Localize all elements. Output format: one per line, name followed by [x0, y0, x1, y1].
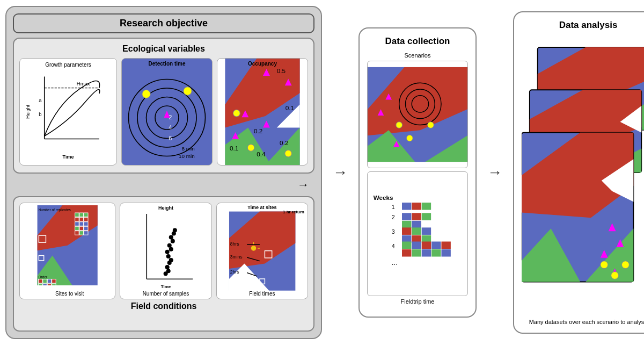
occupancy-chart: Occupancy 0.5 0.1 0.2 0.2 0.1 — [217, 58, 308, 166]
sites-chart: Number of replicates — [19, 203, 115, 299]
svg-point-78 — [171, 239, 175, 243]
detection-title: Detection time — [122, 61, 212, 67]
detection-svg: 2 4 6 8 min 10 min — [122, 59, 212, 165]
growth-chart: Growth parameters Height Time Hmax — [19, 58, 117, 166]
svg-rect-45 — [79, 217, 83, 221]
svg-rect-61 — [38, 283, 42, 285]
svg-text:0.5: 0.5 — [277, 67, 286, 74]
svg-rect-51 — [79, 226, 83, 230]
svg-text:8hrs: 8hrs — [230, 241, 239, 247]
svg-point-71 — [165, 265, 170, 269]
svg-text:...: ... — [392, 258, 398, 267]
svg-text:4: 4 — [392, 243, 395, 249]
svg-point-159 — [621, 261, 629, 269]
svg-point-77 — [167, 243, 172, 247]
svg-rect-136 — [431, 249, 441, 257]
eco-to-field-arrow: → — [13, 178, 314, 192]
svg-rect-121 — [402, 227, 411, 235]
sites-svg: Number of replicates — [22, 205, 113, 286]
svg-rect-53 — [75, 231, 79, 234]
analysis-stacked — [522, 36, 644, 314]
svg-text:b: b — [39, 111, 41, 117]
weeks-container: Weeks 1 2 3 — [367, 171, 468, 296]
svg-text:4: 4 — [169, 124, 172, 131]
arrow-1: → — [333, 164, 348, 181]
svg-text:Number of replicates: Number of replicates — [38, 208, 71, 212]
field-times-svg: 8hrs 3mins 2hrs — [217, 207, 308, 292]
svg-point-79 — [169, 235, 173, 239]
svg-rect-111 — [402, 203, 411, 210]
svg-rect-42 — [79, 213, 83, 217]
data-collection-box: Data collection Scenarios — [358, 27, 477, 318]
svg-point-16 — [184, 87, 192, 95]
scenario-svg — [368, 61, 467, 168]
data-analysis-box: Data analysis — [513, 11, 644, 334]
svg-rect-118 — [402, 221, 411, 228]
sites-label: Sites to visit — [22, 291, 115, 297]
eco-title: Ecological variables — [19, 44, 308, 54]
one-hr-return: 1 hr return — [283, 210, 304, 214]
svg-rect-58 — [43, 279, 47, 283]
svg-text:2: 2 — [392, 214, 395, 220]
data-collection-title: Data collection — [367, 36, 468, 47]
growth-title: Growth parameters — [23, 62, 113, 68]
svg-rect-124 — [402, 235, 411, 243]
samples-label: Number of samples — [120, 291, 211, 297]
svg-rect-43 — [84, 213, 88, 217]
occupancy-title: Occupancy — [217, 61, 308, 67]
svg-point-104 — [428, 122, 434, 128]
svg-rect-125 — [412, 235, 421, 243]
svg-rect-131 — [402, 249, 411, 257]
svg-rect-50 — [75, 226, 79, 230]
svg-rect-64 — [52, 283, 56, 285]
svg-rect-123 — [422, 227, 431, 235]
svg-point-30 — [247, 144, 254, 151]
svg-rect-57 — [38, 279, 42, 283]
svg-point-91 — [251, 246, 255, 250]
eco-charts: Growth parameters Height Time Hmax — [19, 58, 308, 166]
svg-rect-49 — [84, 221, 88, 225]
samples-chart: Height — [120, 203, 211, 299]
svg-rect-117 — [422, 213, 431, 220]
svg-rect-115 — [402, 213, 411, 220]
svg-text:Weeks: Weeks — [374, 194, 393, 201]
svg-text:6: 6 — [169, 135, 172, 141]
svg-rect-116 — [412, 213, 421, 220]
svg-point-103 — [396, 122, 402, 128]
svg-point-31 — [285, 150, 292, 157]
scenario-map — [367, 61, 468, 168]
height-label2: Height — [120, 205, 211, 211]
svg-rect-137 — [441, 249, 450, 257]
svg-rect-126 — [422, 235, 431, 243]
research-box: Research objective Ecological variables … — [5, 6, 322, 339]
svg-rect-112 — [412, 203, 421, 210]
svg-text:2hrs: 2hrs — [230, 269, 239, 275]
svg-rect-59 — [47, 279, 51, 283]
svg-text:0.1: 0.1 — [286, 104, 294, 111]
svg-rect-44 — [75, 217, 79, 221]
height-label: Height — [25, 105, 31, 119]
fieldtrip-label: Fieldtrip time — [367, 298, 468, 305]
svg-rect-119 — [412, 221, 421, 228]
svg-text:0.2: 0.2 — [254, 127, 262, 134]
svg-point-29 — [233, 110, 240, 117]
svg-text:Order: Order — [38, 275, 48, 278]
research-title: Research objective — [13, 13, 314, 33]
svg-text:3mins: 3mins — [230, 254, 243, 259]
svg-text:10 min: 10 min — [179, 153, 195, 159]
svg-text:1: 1 — [392, 204, 395, 210]
svg-text:8 min: 8 min — [182, 146, 195, 152]
field-times-label: Field times — [217, 291, 308, 297]
svg-rect-62 — [43, 283, 47, 285]
svg-rect-63 — [47, 283, 51, 285]
svg-text:0.4: 0.4 — [257, 150, 266, 157]
svg-rect-41 — [75, 213, 79, 217]
svg-rect-129 — [412, 242, 421, 249]
svg-rect-135 — [441, 242, 450, 249]
svg-text:0.1: 0.1 — [230, 145, 238, 152]
svg-point-70 — [166, 269, 171, 273]
svg-point-105 — [406, 135, 413, 141]
weeks-svg: Weeks 1 2 3 — [371, 175, 464, 292]
svg-point-74 — [166, 254, 171, 258]
field-charts: Number of replicates — [19, 203, 308, 299]
